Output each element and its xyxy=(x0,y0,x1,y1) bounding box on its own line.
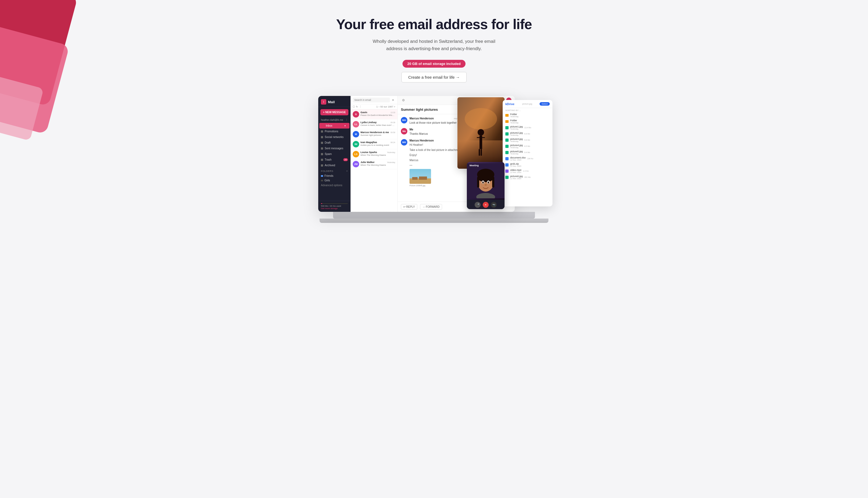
folder-girls[interactable]: Girls xyxy=(318,178,351,183)
file-size: 13.4 Mo xyxy=(525,127,531,129)
email-item[interactable]: G Gavin 13:33 Peace On Earth A Wonderful… xyxy=(351,109,397,119)
more-options-icon[interactable]: ⋮ xyxy=(359,105,362,108)
email-subject: When The Morning Dawns xyxy=(361,164,395,166)
kdrive-file-list: Folder Yesterday Folder Yesterday pictur… xyxy=(503,112,553,205)
draft-icon xyxy=(321,142,323,144)
folder-friends[interactable]: Friends xyxy=(318,173,351,178)
get-more-storage-link[interactable]: Get more storage xyxy=(321,207,348,210)
kdrive-file-item[interactable]: grob.zip 12 Nov. 2020 xyxy=(503,162,553,168)
kdrive-file-item[interactable]: Folder Yesterday xyxy=(503,118,553,124)
image-icon xyxy=(505,151,508,154)
search-dropdown-icon[interactable]: ▾ xyxy=(391,98,395,102)
kdrive-file-item[interactable]: Folder Yesterday xyxy=(503,112,553,118)
mic-button[interactable]: 🎤 xyxy=(475,202,480,208)
file-name: grob.zip xyxy=(510,162,521,165)
file-size: 6.5 Mo xyxy=(525,145,530,147)
file-name: Folder xyxy=(510,119,518,122)
search-input[interactable] xyxy=(353,97,390,102)
msg-sender: Marcus Henderson xyxy=(409,117,434,120)
kdrive-panel: kDrive picture.jpg Select Sorting by ...… xyxy=(503,100,553,207)
kdrive-file-item[interactable]: picture5.jpg Yesterday 9.4 Mo xyxy=(503,149,553,156)
avatar: M xyxy=(353,131,359,137)
folder-icon-dark xyxy=(321,180,323,181)
email-item[interactable]: LS Louise Sparks Yesterday When The Morn… xyxy=(351,149,397,159)
email-subject: Summer light pictures xyxy=(361,134,395,136)
meeting-card: Meeting xyxy=(467,162,504,209)
laptop-platform xyxy=(333,212,535,219)
image-icon xyxy=(505,139,508,142)
svg-point-20 xyxy=(485,184,487,186)
avatar: G xyxy=(353,111,359,118)
file-name: document.xlsx xyxy=(510,156,526,159)
email-item[interactable]: LL Lydia Lindsay 09:38 Carson is back, b… xyxy=(351,119,397,129)
kdrive-sort-label: Sorting by ... xyxy=(503,108,553,112)
sidebar-item-social[interactable]: Social networks xyxy=(318,134,351,140)
folder-icon xyxy=(321,175,323,177)
msg-sender-3: Marcus Henderson xyxy=(409,139,434,142)
msg-sender-me: Me xyxy=(409,128,413,131)
kdrive-file-item[interactable]: picture1.jpg Yesterday 13.4 Mo xyxy=(503,124,553,131)
sidebar-item-trash[interactable]: Trash 26 xyxy=(318,157,351,162)
kdrive-file-item[interactable]: document.xlsx 12 Nov. 2020 194 Ko xyxy=(503,156,553,162)
sidebar-footer: 500 Mo / 20 Go used Get more storage xyxy=(318,201,351,212)
file-date: 12 Nov. 2020 xyxy=(510,159,526,161)
file-size: 261 Mo xyxy=(525,176,531,178)
kdrive-file-item[interactable]: video.mp4 12 Nov. 2020 1.3 Go xyxy=(503,168,553,174)
doc-icon xyxy=(505,163,508,167)
sidebar-header: i Mail xyxy=(318,96,351,107)
file-date: Yesterday xyxy=(510,153,523,155)
email-time: Yesterday xyxy=(387,152,395,153)
inbox-badge: ● xyxy=(343,124,347,127)
file-size: 1.3 Go xyxy=(523,170,529,172)
image-icon xyxy=(505,126,508,129)
sent-icon xyxy=(321,147,323,149)
sidebar-user-email: heather.clark@ik.me ⋮ xyxy=(318,118,351,123)
sidebar-item-promotions[interactable]: Promotions xyxy=(318,129,351,134)
kdrive-file-item[interactable]: picture6.jpg 11 Nov. 2020 261 Mo xyxy=(503,174,553,180)
preview-image xyxy=(458,97,504,169)
laptop-base xyxy=(320,219,548,223)
camera-button[interactable]: 📷 xyxy=(491,202,497,208)
file-size: 194 Ko xyxy=(527,158,533,159)
avatar: LS xyxy=(353,151,359,157)
file-name: picture4.jpg xyxy=(510,144,523,147)
sidebar-item-draft[interactable]: Draft xyxy=(318,140,351,145)
kdrive-file-item[interactable]: picture2.jpg Yesterday 6.6 Mo xyxy=(503,131,553,137)
folder-icon xyxy=(505,120,508,123)
file-size: 6.6 Mo xyxy=(525,133,530,135)
refresh-icon[interactable]: ↻ xyxy=(356,105,358,108)
email-subject: When The Morning Dawns xyxy=(361,154,395,156)
sidebar-item-sent[interactable]: Sent messages xyxy=(318,145,351,151)
sidebar-item-archived[interactable]: Archived xyxy=(318,162,351,168)
promotions-icon xyxy=(321,130,323,133)
advanced-options-link[interactable]: Advanced options xyxy=(318,183,351,188)
email-item[interactable]: IM Ivan Magajñas 08:24 Invites you to a … xyxy=(351,139,397,149)
kdrive-file-item[interactable]: picture4.jpg Yesterday 6.5 Mo xyxy=(503,143,553,149)
image-icon xyxy=(505,145,508,148)
email-detail-title: Summer light pictures xyxy=(401,107,438,112)
end-call-button[interactable]: ✕ xyxy=(483,202,489,208)
forward-button[interactable]: → FORWARD xyxy=(420,204,442,210)
file-size: 9.8 Mo xyxy=(525,139,530,141)
doc-icon xyxy=(505,157,508,160)
select-all-checkbox[interactable]: ☐ xyxy=(353,105,355,108)
new-message-button[interactable]: + NEW MESSAGE xyxy=(321,109,348,115)
sidebar-item-spam[interactable]: Spam xyxy=(318,151,351,157)
svg-rect-22 xyxy=(477,177,479,187)
reply-button[interactable]: ↩ REPLY xyxy=(401,204,417,210)
svg-rect-2 xyxy=(412,177,418,180)
msg-avatar: MH xyxy=(401,117,407,123)
email-item[interactable]: M Marcus Henderson & me 09:58 Summer lig… xyxy=(351,129,397,139)
email-item[interactable]: JW Julie Walker Yesterday When The Morni… xyxy=(351,159,397,169)
kdrive-file-item[interactable]: picture3.jpg Yesterday 9.8 Mo xyxy=(503,137,553,143)
cta-button[interactable]: Create a free email for life → xyxy=(402,72,466,82)
email-sender: Marcus Henderson & me xyxy=(361,131,389,134)
kdrive-preview-name: picture.jpg xyxy=(522,103,532,105)
svg-point-7 xyxy=(478,129,484,135)
sidebar-item-inbox[interactable]: Inbox ● xyxy=(319,123,350,129)
svg-rect-10 xyxy=(479,149,480,156)
email-time: 13:33 xyxy=(390,112,395,114)
kdrive-select-button[interactable]: Select xyxy=(540,102,550,106)
settings-icon[interactable]: ⚙ xyxy=(401,98,406,103)
image-icon xyxy=(505,176,508,179)
